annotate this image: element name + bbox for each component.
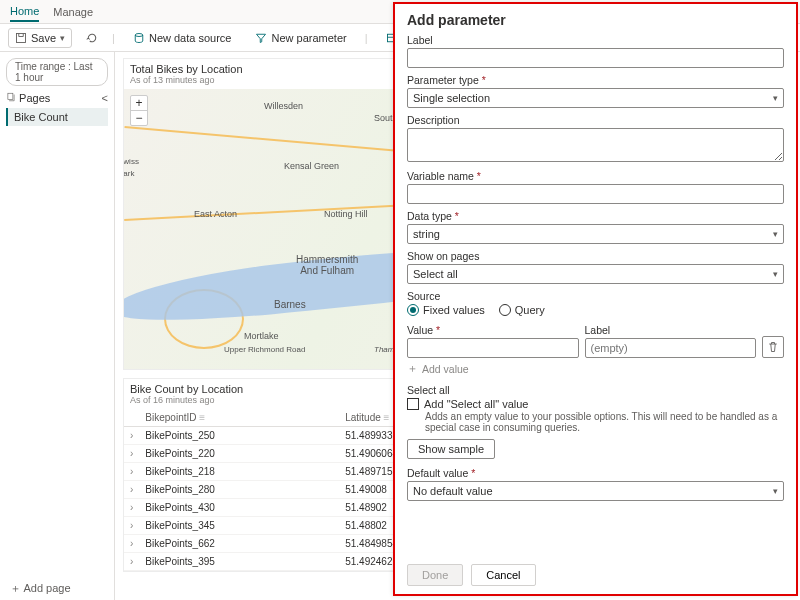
tab-home[interactable]: Home <box>10 2 39 22</box>
plus-icon: ＋ <box>10 582 21 594</box>
map-label: Barnes <box>274 299 306 310</box>
add-parameter-panel: Add parameter Label Parameter type Singl… <box>393 2 798 596</box>
description-label: Description <box>407 114 784 126</box>
new-parameter-label: New parameter <box>271 32 346 44</box>
chevron-down-icon: ▾ <box>60 33 65 43</box>
description-input[interactable] <box>407 128 784 162</box>
param-type-select[interactable]: Single selection▾ <box>407 88 784 108</box>
chevron-down-icon: ▾ <box>773 93 778 103</box>
data-type-label: Data type <box>407 210 784 222</box>
data-type-select[interactable]: string▾ <box>407 224 784 244</box>
panel-title: Add parameter <box>407 12 784 28</box>
label-label: Label <box>407 34 784 46</box>
add-page-button[interactable]: ＋ Add page <box>10 581 71 596</box>
zoom-in-button[interactable]: + <box>131 96 147 111</box>
new-data-source-button[interactable]: New data source <box>127 29 238 47</box>
value-label: Value <box>407 324 579 336</box>
select-all-help: Adds an empty value to your possible opt… <box>425 411 784 433</box>
refresh-button[interactable] <box>84 29 100 47</box>
value-input[interactable] <box>407 338 579 358</box>
save-label: Save <box>31 32 56 44</box>
map-label: Hammersmith And Fulham <box>296 254 358 276</box>
save-button[interactable]: Save ▾ <box>8 28 72 48</box>
collapse-icon[interactable]: < <box>102 92 108 104</box>
show-on-pages-select[interactable]: Select all▾ <box>407 264 784 284</box>
pages-icon <box>6 92 16 102</box>
radio-off-icon <box>499 304 511 316</box>
map-label: Upper Richmond Road <box>224 345 305 354</box>
save-icon <box>15 32 27 44</box>
show-on-pages-label: Show on pages <box>407 250 784 262</box>
refresh-icon <box>86 32 98 44</box>
filter-icon <box>255 32 267 44</box>
select-all-checkbox[interactable]: Add "Select all" value <box>407 398 784 410</box>
source-query-radio[interactable]: Query <box>499 304 545 316</box>
select-all-header: Select all <box>407 384 784 396</box>
pages-header: Pages <box>6 92 50 104</box>
database-icon <box>133 32 145 44</box>
sidebar-item-bike-count[interactable]: Bike Count <box>6 108 108 126</box>
add-value-button[interactable]: ＋Add value <box>407 362 784 376</box>
map-label: East Acton <box>194 209 237 219</box>
map-label: Notting Hill <box>324 209 368 219</box>
map-label: Kensal Green <box>284 161 339 171</box>
cancel-button[interactable]: Cancel <box>471 564 535 586</box>
svg-rect-0 <box>17 33 26 42</box>
trash-icon <box>767 341 779 353</box>
source-label: Source <box>407 290 784 302</box>
chevron-down-icon: ▾ <box>773 269 778 279</box>
done-button[interactable]: Done <box>407 564 463 586</box>
value-label-input[interactable] <box>585 338 757 358</box>
svg-rect-4 <box>8 93 13 99</box>
variable-name-label: Variable name <box>407 170 784 182</box>
radio-on-icon <box>407 304 419 316</box>
map-zoom: + − <box>130 95 148 126</box>
variable-name-input[interactable] <box>407 184 784 204</box>
default-value-label: Default value <box>407 467 784 479</box>
new-parameter-button[interactable]: New parameter <box>249 29 352 47</box>
map-label: Swiss <box>124 157 139 166</box>
plus-icon: ＋ <box>407 362 418 376</box>
default-value-select[interactable]: No default value▾ <box>407 481 784 501</box>
source-fixed-radio[interactable]: Fixed values <box>407 304 485 316</box>
param-type-label: Parameter type <box>407 74 784 86</box>
new-data-source-label: New data source <box>149 32 232 44</box>
delete-value-button[interactable] <box>762 336 784 358</box>
checkbox-icon <box>407 398 419 410</box>
zoom-out-button[interactable]: − <box>131 111 147 125</box>
map-label: Park <box>124 169 134 178</box>
label-input[interactable] <box>407 48 784 68</box>
chevron-down-icon: ▾ <box>773 229 778 239</box>
sidebar: Time range : Last 1 hour Pages < Bike Co… <box>0 52 115 600</box>
value-label-col: Label <box>585 324 757 336</box>
col-id[interactable]: BikepointID ≡ <box>139 409 339 427</box>
show-sample-button[interactable]: Show sample <box>407 439 495 459</box>
svg-point-1 <box>135 33 143 36</box>
map-label: Willesden <box>264 101 303 111</box>
chevron-down-icon: ▾ <box>773 486 778 496</box>
tab-manage[interactable]: Manage <box>53 3 93 21</box>
map-label: Mortlake <box>244 331 279 341</box>
time-range-pill[interactable]: Time range : Last 1 hour <box>6 58 108 86</box>
